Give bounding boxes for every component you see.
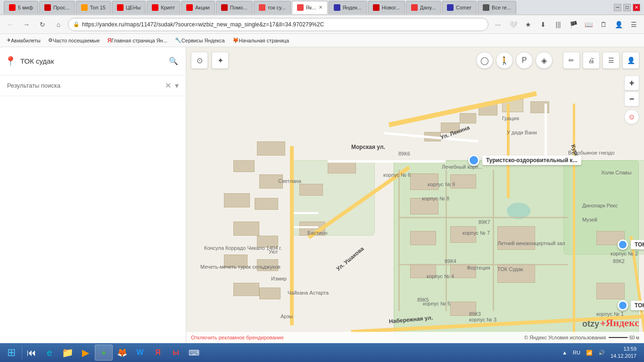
user-map-button[interactable]: 👤 <box>622 52 639 69</box>
taskbar-yandex[interactable]: Я <box>149 345 166 361</box>
browser-tab-t12[interactable]: Дану... <box>406 1 441 14</box>
taskbar-keyboard[interactable]: ⌨ <box>185 345 202 361</box>
home-button[interactable]: ⌂ <box>52 18 65 31</box>
yandex2-icon: Ы <box>170 347 182 358</box>
bld-corp8 <box>450 302 476 316</box>
search-pin-icon: 📍 <box>5 56 17 67</box>
traffic-button[interactable]: ◯ <box>476 52 493 69</box>
back-button[interactable]: ← <box>4 18 17 31</box>
close-button[interactable]: ✕ <box>633 4 640 11</box>
reading-view-button[interactable]: 📖 <box>582 18 595 31</box>
print-button[interactable]: 🖨 <box>583 52 600 69</box>
pencil-button[interactable]: ✏ <box>563 52 580 69</box>
refresh-button[interactable]: ↻ <box>36 18 49 31</box>
bookmark-aviabilety[interactable]: ✈ Авиабилеты <box>4 36 43 44</box>
building-1 <box>257 141 285 156</box>
browser-tab-t2[interactable]: Прос... <box>39 1 75 14</box>
disable-ads-link[interactable]: Отключить рекламное брендирование <box>191 335 284 340</box>
browser-tab-t6[interactable]: Акции <box>181 1 215 14</box>
maximize-button[interactable]: □ <box>623 4 631 11</box>
taskbar-yandex2[interactable]: Ы <box>167 345 184 361</box>
map-right-controls: + − ⊙ <box>624 75 639 124</box>
bookmark-filled-button[interactable]: ★ <box>521 18 535 31</box>
results-expand-button[interactable]: ▾ <box>175 81 179 90</box>
pedestrian-button[interactable]: 🚶 <box>496 52 513 69</box>
browser-tab-t11[interactable]: Новог... <box>368 1 405 14</box>
tab-close-t9[interactable]: ✕ <box>319 5 322 10</box>
search-button[interactable]: 🔍 <box>166 54 181 69</box>
taskbar-media2[interactable]: ▶ <box>77 345 94 361</box>
panorama-button[interactable]: ⊙ <box>191 52 208 69</box>
minimize-button[interactable]: ─ <box>614 4 621 11</box>
sidebar-results[interactable] <box>0 96 186 343</box>
browser-tab-t10[interactable]: Яндек... <box>329 1 367 14</box>
map-controls-top-left: ⊙ ✦ <box>191 52 229 69</box>
map-container[interactable]: Ул. ЛенинаМорская ул.Ул. УшаковаНабережн… <box>186 47 644 343</box>
map-marker-m3[interactable]: ТОК Судак, корпус № 1 <box>618 300 644 311</box>
tab-favicon-t3 <box>81 4 88 11</box>
zoom-out-button[interactable]: − <box>624 91 639 107</box>
search-input[interactable] <box>20 57 162 65</box>
tab-label-t13: Comer <box>456 5 471 10</box>
flag-button[interactable]: 🏴 <box>567 18 580 31</box>
bookmark-button[interactable]: 🤍 <box>506 18 520 31</box>
bookmark-services[interactable]: 🔧 Сервисы Яндекса <box>172 36 228 44</box>
layers-button[interactable]: ◈ <box>536 52 553 69</box>
address-bar[interactable]: 🔒 https://yandex.ru/maps/11472/sudak/?so… <box>68 18 488 31</box>
browser-tab-t13[interactable]: Comer <box>442 1 477 14</box>
taskbar-media[interactable]: ⏮ <box>23 345 40 361</box>
browser-tab-t1[interactable]: 5 миф <box>4 1 38 14</box>
map-marker-m1[interactable]: Туристско-оздоровительный к... <box>468 155 581 166</box>
tab-favicon-t10 <box>334 4 340 11</box>
bookmark-often[interactable]: ⚙ Часто посещаемые <box>45 36 103 44</box>
browser-tab-t9[interactable]: Як...✕ <box>292 1 328 14</box>
browser-tab-t3[interactable]: Топ 15 <box>76 1 111 14</box>
taskbar-ie[interactable]: e <box>41 345 58 361</box>
start-button[interactable]: ⊞ <box>2 344 21 361</box>
tab-label-t7: Помо... <box>230 5 248 10</box>
sync-button[interactable]: ||| <box>552 18 565 31</box>
yandex-icon: Я <box>152 347 164 358</box>
bld-corp5 <box>450 174 476 189</box>
tray-clock[interactable]: 13:59 14.12.2017 <box>609 345 638 361</box>
taskbar-word[interactable]: W <box>132 345 149 361</box>
tray-volume[interactable]: 🔊 <box>596 349 607 357</box>
window-controls: ─ □ ✕ <box>614 4 640 11</box>
user-button[interactable]: 👤 <box>612 18 625 31</box>
browser-tab-t4[interactable]: ЦЕНы <box>112 1 146 14</box>
tab-favicon-t5 <box>152 4 158 11</box>
zoom-in-button[interactable]: + <box>624 75 639 90</box>
bld-corp9 <box>497 226 535 250</box>
browser-tab-t14[interactable]: Все ге... <box>478 1 516 14</box>
bookmarks-bar: ✈ Авиабилеты ⚙ Часто посещаемые Я Главна… <box>0 34 644 47</box>
firefox-favicon: 🦊 <box>232 37 239 43</box>
menu-map-button[interactable]: ☰ <box>603 52 619 69</box>
browser-tab-t7[interactable]: Помо... <box>216 1 253 14</box>
notes-button[interactable]: 🗒 <box>597 18 610 31</box>
parking-button[interactable]: P <box>516 52 533 69</box>
forward-button[interactable]: → <box>20 18 33 31</box>
bookmark-yandex-main[interactable]: Я Главная страница Ян... <box>105 36 170 45</box>
ruler-button[interactable]: ✦ <box>212 52 229 69</box>
map-controls-top-right: ◯ 🚶 P ◈ ✏ 🖨 ☰ 👤 <box>476 52 639 69</box>
browser-tab-t5[interactable]: Крипт <box>147 1 180 14</box>
browser-titlebar: 5 мифПрос...Топ 15ЦЕНыКриптАкцииПомо...т… <box>0 0 644 15</box>
explorer-icon: 📁 <box>62 347 73 358</box>
browser-tab-t8[interactable]: ток су... <box>254 1 291 14</box>
more-tools-button[interactable]: ··· <box>491 18 504 31</box>
taskbar-explorer[interactable]: 📁 <box>59 345 76 361</box>
menu-button[interactable]: ☰ <box>627 18 640 31</box>
tab-label-t14: Все ге... <box>492 5 511 10</box>
bookmark-start[interactable]: 🦊 Начальная страница <box>230 36 292 44</box>
download-button[interactable]: ⬇ <box>537 18 550 31</box>
taskbar-chrome[interactable]: ● <box>95 345 113 361</box>
tray-expand[interactable]: ▲ <box>560 349 569 356</box>
taskbar-firefox[interactable]: 🦊 <box>114 345 131 361</box>
marker-dot-m1 <box>468 155 479 166</box>
tray-network[interactable]: 📶 <box>584 349 594 357</box>
map-marker-m2[interactable]: ТОК Судак, корпус № 2 <box>618 239 644 250</box>
chrome-icon: ● <box>98 347 109 358</box>
results-close-button[interactable]: ✕ <box>165 81 171 90</box>
tray-language[interactable]: RU <box>571 349 582 356</box>
compass-button[interactable]: ⊙ <box>624 109 639 124</box>
